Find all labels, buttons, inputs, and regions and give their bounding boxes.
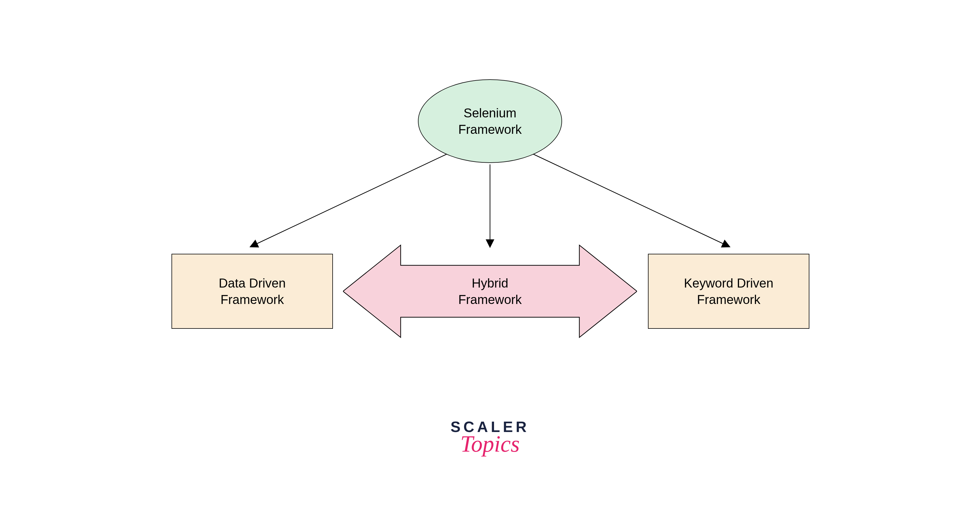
right-line2: Framework [697, 292, 760, 307]
root-line2: Framework [458, 122, 522, 136]
svg-line-2 [527, 151, 729, 247]
center-line2: Framework [458, 292, 522, 307]
left-line1: Data Driven [219, 276, 286, 290]
root-node-label: Selenium Framework [458, 105, 522, 137]
left-node-rect: Data Driven Framework [172, 254, 333, 329]
root-line1: Selenium [463, 106, 516, 120]
right-node-label: Keyword Driven Framework [684, 275, 774, 308]
center-node-label: Hybrid Framework [458, 275, 522, 308]
logo-sub-text: Topics [460, 431, 520, 457]
right-node-rect: Keyword Driven Framework [648, 254, 809, 329]
center-line1: Hybrid [472, 276, 508, 290]
svg-line-0 [251, 151, 453, 247]
left-node-label: Data Driven Framework [219, 275, 286, 308]
root-node-ellipse: Selenium Framework [418, 79, 562, 163]
left-line2: Framework [221, 292, 284, 307]
right-line1: Keyword Driven [684, 276, 774, 290]
diagram-container: Selenium Framework Data Driven Framework… [0, 0, 980, 524]
center-node-arrow: Hybrid Framework [343, 235, 637, 347]
brand-logo: SCALER Topics [435, 418, 545, 457]
